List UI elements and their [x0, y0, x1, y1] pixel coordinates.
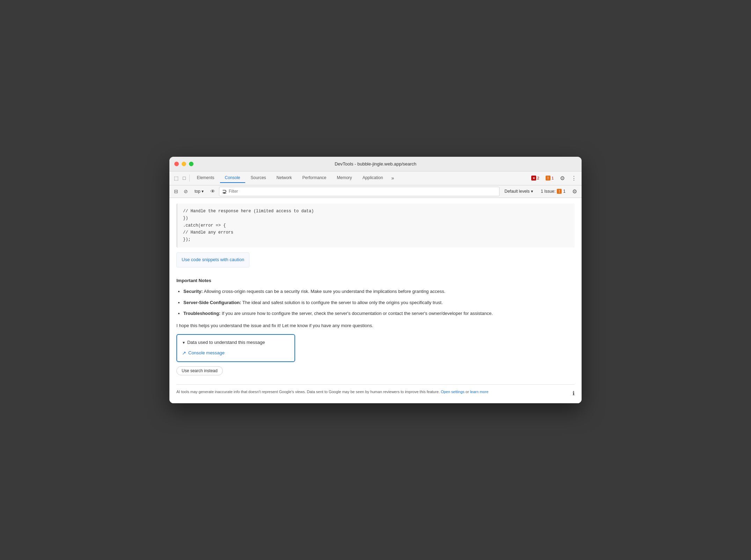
external-link-icon: ↗ — [182, 349, 186, 357]
tab-performance[interactable]: Performance — [298, 173, 331, 183]
important-notes-heading: Important Notes — [176, 277, 575, 285]
list-item: Troubleshooting: If you are unsure how t… — [183, 310, 575, 317]
settings-button[interactable]: ⚙ — [558, 174, 567, 183]
data-used-label: Data used to understand this message — [187, 339, 265, 346]
info-icon[interactable]: ℹ — [573, 389, 575, 398]
note-bold-1: Security: — [183, 289, 203, 294]
disclaimer-or: or — [466, 390, 470, 394]
issues-badge[interactable]: 1 Issue: ! 1 — [538, 188, 568, 195]
note-text-1: Allowing cross-origin requests can be a … — [203, 289, 445, 294]
tab-toolbar: ⬚ □ Elements Console Sources Network Per… — [169, 171, 582, 185]
devtools-window: DevTools - bubble-jingle.web.app/search … — [169, 157, 582, 403]
close-button[interactable] — [174, 162, 179, 166]
issues-count: 1 — [563, 189, 566, 194]
note-text-3: If you are unsure how to configure the s… — [220, 311, 493, 316]
warn-count: 1 — [552, 176, 554, 180]
triangle-icon: ▼ — [182, 340, 185, 346]
live-expressions-button[interactable]: 👁 — [209, 187, 217, 195]
error-badge[interactable]: ✕ 2 — [529, 175, 541, 181]
important-notes: Important Notes Security: Allowing cross… — [176, 277, 575, 317]
open-settings-link[interactable]: Open settings — [441, 390, 465, 394]
filter-bar: ⊟ ⊘ top ▾ 👁 ⊋ Default levels ▾ 1 Issue: … — [169, 185, 582, 198]
warn-badge[interactable]: ! 1 — [544, 175, 556, 181]
content-area: // Handle the response here (limited acc… — [169, 198, 582, 403]
sidebar-toggle-button[interactable]: ⊟ — [172, 187, 180, 195]
issues-label: 1 Issue: — [541, 189, 555, 194]
inspect-element-button[interactable]: ⬚ — [172, 174, 180, 182]
note-bold-3: Troubleshooting: — [183, 311, 220, 316]
note-bold-2: Server-Side Configuration: — [183, 300, 241, 305]
data-used-title: ▼ Data used to understand this message — [182, 339, 290, 346]
console-settings-button[interactable]: ⚙ — [570, 187, 579, 196]
divider — [176, 384, 575, 385]
code-line-3: .catch(error => { — [183, 222, 569, 229]
code-line-4: // Handle any errors — [183, 229, 569, 236]
console-message-link[interactable]: ↗ Console message — [182, 349, 290, 357]
notes-list: Security: Allowing cross-origin requests… — [176, 288, 575, 317]
console-content: // Handle the response here (limited acc… — [169, 198, 582, 403]
tab-application[interactable]: Application — [358, 173, 388, 183]
data-used-box: ▼ Data used to understand this message ↗… — [176, 334, 295, 362]
tab-console[interactable]: Console — [220, 173, 245, 183]
tab-network[interactable]: Network — [272, 173, 297, 183]
warn-icon: ! — [546, 176, 551, 180]
tab-elements[interactable]: Elements — [192, 173, 219, 183]
chevron-down-icon: ▾ — [202, 189, 204, 194]
disclaimer-main: AI tools may generate inaccurate info th… — [176, 390, 441, 394]
levels-chevron-icon: ▾ — [531, 189, 533, 194]
console-message-label: Console message — [188, 349, 225, 357]
device-mode-button[interactable]: □ — [181, 174, 187, 182]
traffic-lights — [174, 162, 194, 166]
clear-console-button[interactable]: ⊘ — [182, 187, 190, 195]
log-levels-button[interactable]: Default levels ▾ — [502, 188, 536, 195]
list-item: Server-Side Configuration: The ideal and… — [183, 299, 575, 306]
use-search-button[interactable]: Use search instead — [176, 366, 223, 375]
error-count: 2 — [537, 176, 539, 180]
context-selector[interactable]: top ▾ — [192, 188, 206, 195]
code-block: // Handle the response here (limited acc… — [176, 204, 575, 248]
list-item: Security: Allowing cross-origin requests… — [183, 288, 575, 295]
tab-sources[interactable]: Sources — [246, 173, 271, 183]
filter-input-wrap: ⊋ — [219, 187, 500, 196]
code-line-2: }) — [183, 215, 569, 222]
kebab-menu-button[interactable]: ⋮ — [569, 174, 579, 183]
code-line-5: }); — [183, 236, 569, 243]
maximize-button[interactable] — [189, 162, 194, 166]
issues-warn-icon: ! — [557, 189, 562, 194]
filter-input[interactable] — [229, 189, 497, 194]
code-line-1: // Handle the response here (limited acc… — [183, 208, 569, 215]
context-label: top — [195, 189, 200, 194]
disclaimer-row: AI tools may generate inaccurate info th… — [176, 389, 575, 398]
caution-link[interactable]: Use code snippets with caution — [182, 257, 244, 262]
caution-section: Use code snippets with caution — [176, 252, 249, 267]
minimize-button[interactable] — [182, 162, 186, 166]
toolbar-right: ✕ 2 ! 1 ⚙ ⋮ — [529, 174, 579, 183]
filter-funnel-icon: ⊋ — [222, 188, 227, 195]
learn-more-link[interactable]: learn more — [470, 390, 489, 394]
tab-memory[interactable]: Memory — [332, 173, 357, 183]
hope-text: I hope this helps you understand the iss… — [176, 322, 575, 330]
disclaimer-text: AI tools may generate inaccurate info th… — [176, 389, 488, 395]
title-bar: DevTools - bubble-jingle.web.app/search — [169, 157, 582, 171]
error-icon: ✕ — [531, 176, 536, 180]
note-text-2: The ideal and safest solution is to conf… — [241, 300, 443, 305]
levels-label: Default levels — [504, 189, 530, 194]
more-tabs-button[interactable]: » — [388, 174, 397, 182]
window-title: DevTools - bubble-jingle.web.app/search — [335, 161, 416, 167]
